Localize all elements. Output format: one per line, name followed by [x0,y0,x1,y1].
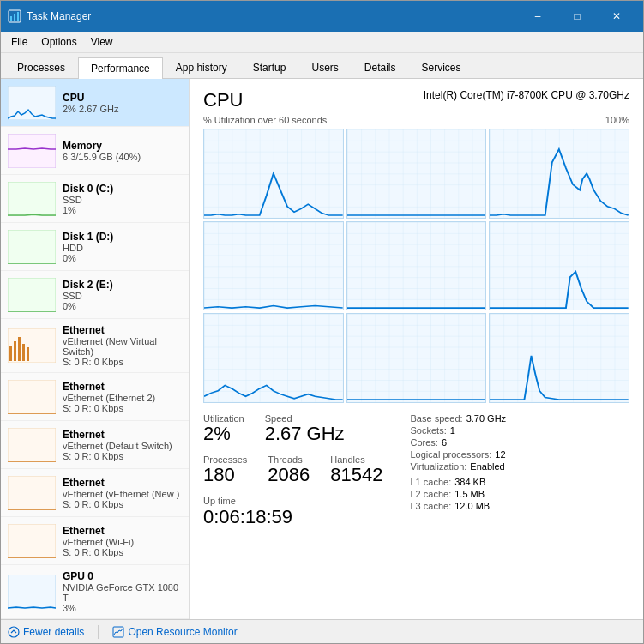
sidebar-ethernet2-sub2: S: 0 R: 0 Kbps [63,403,182,413]
tab-details[interactable]: Details [352,57,409,78]
l1-cache-label: L1 cache: [411,477,452,487]
svg-rect-25 [490,222,629,310]
virtualization-value: Enabled [470,461,504,472]
menu-bar: File Options View [1,32,643,53]
sidebar-ethernet4-graph [8,476,56,510]
sidebar-item-ethernet2[interactable]: Ethernet vEthernet (Ethernet 2) S: 0 R: … [1,373,189,421]
detail-base-speed: Base speed: 3.70 GHz [411,413,507,424]
sidebar-item-ethernet1[interactable]: Ethernet vEthernet (New Virtual Switch) … [1,319,189,373]
processes-value: 180 [203,465,247,485]
sidebar-ethernet4-sub2: S: 0 R: 0 Kbps [63,499,182,509]
minimize-button[interactable]: – [518,4,557,28]
svg-rect-10 [9,346,12,361]
sidebar-ethernet1-sub2: S: 0 R: 0 Kbps [63,357,182,367]
sockets-value: 1 [450,425,455,436]
sidebar-disk1-sub2: 0% [63,253,182,263]
detail-logical-processors: Logical processors: 12 [411,449,507,460]
sidebar-ethernet4-info: Ethernet vEthernet (vEthernet (New ) S: … [63,477,182,509]
sidebar-item-disk0[interactable]: Disk 0 (C:) SSD 1% [1,175,189,223]
menu-file[interactable]: File [4,33,34,51]
utilization-value: 2% [203,424,244,444]
sidebar-disk0-info: Disk 0 (C:) SSD 1% [63,183,182,215]
l3-cache-value: 12.0 MB [454,501,490,511]
sidebar-disk2-name: Disk 2 (E:) [63,279,182,291]
content-area: CPU Intel(R) Core(TM) i7-8700K CPU @ 3.7… [190,79,643,619]
fewer-details-link[interactable]: Fewer details [8,626,84,638]
sidebar-disk0-name: Disk 0 (C:) [63,183,182,195]
tab-users[interactable]: Users [298,57,351,78]
cpu-cell-1 [203,129,344,219]
svg-rect-24 [347,222,486,310]
detail-cores: Cores: 6 [411,437,507,448]
tab-startup[interactable]: Startup [240,57,299,78]
chart-label-text: % Utilization over 60 seconds [203,115,327,125]
sidebar-cpu-name: CPU [63,92,182,104]
sidebar-ethernet1-graph [8,328,56,363]
cpu-cell-6 [489,221,629,311]
svg-rect-12 [18,337,21,361]
cpu-cell-8 [346,313,487,403]
maximize-button[interactable]: □ [557,4,597,28]
stats-right: Base speed: 3.70 GHz Sockets: 1 Cores: 6… [411,413,507,528]
menu-options[interactable]: Options [34,33,83,51]
sidebar-item-disk1[interactable]: Disk 1 (D:) HDD 0% [1,223,189,271]
sidebar-item-ethernet4[interactable]: Ethernet vEthernet (vEthernet (New ) S: … [1,469,189,517]
stats-section: Utilization 2% Speed 2.67 GHz Processes … [203,413,629,528]
sidebar-gpu0-sub1: NVIDIA GeForce GTX 1080 Ti [63,582,182,603]
sidebar-gpu0-sub2: 3% [63,603,182,613]
sidebar-ethernet2-sub1: vEthernet (Ethernet 2) [63,393,182,403]
fewer-details-icon [8,626,20,638]
processes-block: Processes 180 [203,454,247,485]
sidebar-item-memory[interactable]: Memory 6.3/15.9 GB (40%) [1,127,189,175]
cpu-chart-grid [203,129,629,403]
sidebar-item-disk2[interactable]: Disk 2 (E:) SSD 0% [1,271,189,319]
sidebar-item-cpu[interactable]: CPU 2% 2.67 GHz [1,79,189,127]
sidebar-ethernet5-sub2: S: 0 R: 0 Kbps [63,547,182,557]
sidebar-gpu0-name: GPU 0 [63,570,182,582]
speed-block: Speed 2.67 GHz [265,413,345,444]
tab-app-history[interactable]: App history [163,57,240,78]
sidebar-item-gpu0[interactable]: GPU 0 NVIDIA GeForce GTX 1080 Ti 3% [1,565,189,619]
sidebar-disk2-graph [8,278,56,312]
sidebar-memory-info: Memory 6.3/15.9 GB (40%) [63,140,182,162]
sidebar-item-ethernet3[interactable]: Ethernet vEthernet (Default Switch) S: 0… [1,421,189,469]
sidebar-cpu-graph [8,86,56,120]
sidebar-disk1-graph [8,230,56,264]
close-button[interactable]: ✕ [597,4,636,28]
svg-rect-22 [490,129,629,218]
svg-rect-11 [14,341,16,361]
threads-block: Threads 2086 [268,454,310,485]
detail-sockets: Sockets: 1 [411,425,507,436]
sidebar-ethernet4-name: Ethernet [63,477,182,489]
stats-left: Utilization 2% Speed 2.67 GHz Processes … [203,413,383,528]
sidebar-item-ethernet5[interactable]: Ethernet vEthernet (Wi-Fi) S: 0 R: 0 Kbp… [1,517,189,565]
svg-rect-26 [204,314,343,402]
cores-value: 6 [442,437,447,448]
window-title: Task Manager [27,10,518,22]
sidebar-disk0-graph [8,182,56,216]
handles-block: Handles 81542 [330,454,382,485]
svg-rect-16 [8,428,56,462]
sidebar-memory-name: Memory [63,140,182,152]
sidebar-ethernet5-info: Ethernet vEthernet (Wi-Fi) S: 0 R: 0 Kbp… [63,525,182,557]
title-bar: Task Manager – □ ✕ [1,1,643,32]
app-icon [8,9,21,23]
tab-performance[interactable]: Performance [78,57,163,79]
cores-label: Cores: [411,437,438,448]
open-resource-monitor-label: Open Resource Monitor [128,626,237,638]
sidebar-ethernet2-graph [8,380,56,414]
cpu-cell-7 [203,313,344,403]
menu-view[interactable]: View [84,33,120,51]
open-resource-monitor-link[interactable]: Open Resource Monitor [112,626,237,638]
tab-services[interactable]: Services [409,57,474,78]
svg-rect-8 [8,278,56,312]
bottom-bar: Fewer details Open Resource Monitor [1,619,643,643]
sidebar-cpu-sub: 2% 2.67 GHz [63,104,182,114]
svg-rect-6 [8,182,56,216]
base-speed-label: Base speed: [411,413,463,424]
tab-processes[interactable]: Processes [4,57,78,78]
sidebar-disk0-sub2: 1% [63,205,182,215]
logical-processors-value: 12 [495,449,505,460]
l2-cache-label: L2 cache: [411,489,452,499]
sidebar-ethernet3-info: Ethernet vEthernet (Default Switch) S: 0… [63,429,182,461]
